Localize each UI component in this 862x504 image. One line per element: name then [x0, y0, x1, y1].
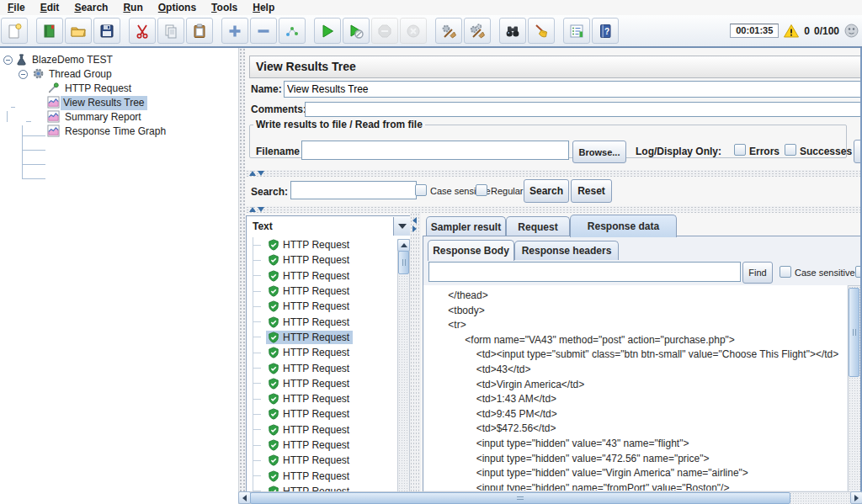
save-button[interactable]: [93, 18, 120, 44]
find-case-sensitive-checkbox[interactable]: [780, 266, 791, 278]
clear-button[interactable]: [435, 18, 462, 44]
case-sensitive-checkbox[interactable]: [415, 184, 427, 196]
result-item[interactable]: HTTP Request: [247, 468, 411, 483]
result-item[interactable]: HTTP Request: [247, 252, 411, 268]
result-item[interactable]: HTTP Request: [247, 391, 411, 406]
menu-edit[interactable]: Edit: [33, 1, 67, 15]
copy-button[interactable]: [157, 18, 184, 44]
function-helper-button[interactable]: [563, 18, 590, 44]
result-item[interactable]: HTTP Request: [247, 406, 411, 422]
tab-sampler-result[interactable]: Sampler result: [426, 216, 506, 237]
toggle-button[interactable]: [279, 18, 306, 44]
response-line: <input type="hidden" value="472.56" name…: [437, 452, 847, 467]
success-shield-icon: [268, 485, 279, 491]
cut-button[interactable]: [129, 18, 156, 44]
shutdown-button[interactable]: [400, 18, 427, 44]
error-count: 0: [804, 25, 810, 37]
result-item[interactable]: HTTP Request: [247, 237, 411, 252]
scrollbar-thumb[interactable]: [849, 288, 859, 377]
errors-checkbox[interactable]: [734, 144, 746, 156]
menu-run[interactable]: Run: [115, 1, 150, 15]
success-shield-icon: [268, 454, 279, 466]
result-item[interactable]: HTTP Request: [247, 268, 411, 284]
subtab-response-headers[interactable]: Response headers: [514, 241, 619, 260]
dropdown-arrow-button[interactable]: [393, 217, 410, 236]
bottom-scrollbar[interactable]: [238, 491, 862, 504]
clear-search-button[interactable]: [528, 18, 555, 44]
clear-all-button[interactable]: [464, 18, 491, 44]
tree-node-view-results-tree[interactable]: View Results Tree: [61, 96, 147, 110]
reset-button[interactable]: Reset: [571, 179, 612, 203]
name-label: Name:: [251, 83, 282, 95]
menu-help[interactable]: Help: [245, 1, 282, 15]
warning-icon[interactable]: [783, 23, 800, 40]
result-item[interactable]: HTTP Request: [247, 438, 411, 453]
result-item[interactable]: HTTP Request: [247, 345, 411, 360]
result-item[interactable]: HTTP Request: [247, 376, 411, 391]
search-results-button[interactable]: [499, 18, 526, 44]
find-input[interactable]: [428, 262, 741, 282]
browse-button[interactable]: Browse...: [572, 141, 626, 163]
horizontal-splitter[interactable]: [246, 170, 862, 177]
name-input[interactable]: [284, 81, 861, 98]
result-item[interactable]: HTTP Request: [247, 284, 411, 299]
templates-button[interactable]: [36, 18, 63, 44]
scroll-up-button[interactable]: [397, 239, 410, 252]
stop-button[interactable]: [371, 18, 398, 44]
result-item[interactable]: HTTP Request: [247, 314, 411, 329]
log-display-only-label: Log/Display Only:: [636, 146, 721, 157]
success-shield-icon: [268, 347, 279, 358]
results-list-scrollbar[interactable]: [397, 239, 410, 493]
tree-node-http-request[interactable]: HTTP Request: [62, 82, 134, 96]
comments-input[interactable]: [305, 102, 861, 117]
result-item[interactable]: HTTP Request: [247, 422, 411, 438]
open-button[interactable]: [65, 18, 92, 44]
new-button[interactable]: [1, 18, 28, 44]
vertical-splitter[interactable]: [410, 213, 421, 491]
expand-handle[interactable]: [3, 56, 13, 65]
expand-handle[interactable]: [19, 70, 28, 79]
tree-node-test-plan[interactable]: BlazeDemo TEST: [29, 53, 115, 67]
filename-input[interactable]: [301, 141, 569, 160]
menu-tools[interactable]: Tools: [204, 1, 245, 15]
search-input[interactable]: [290, 181, 417, 199]
search-button[interactable]: Search: [524, 179, 569, 203]
find-button[interactable]: Find: [742, 262, 773, 284]
elapsed-time-display: 00:01:35: [730, 24, 779, 38]
start-button[interactable]: [314, 18, 341, 44]
result-item[interactable]: HTTP Request: [247, 453, 411, 468]
start-no-pauses-button[interactable]: [343, 18, 370, 44]
remove-button[interactable]: [250, 18, 277, 44]
scrollbar-thumb[interactable]: [250, 492, 790, 504]
tree-node-response-time-graph[interactable]: Response Time Graph: [62, 125, 168, 139]
view-mode-dropdown[interactable]: Text: [246, 215, 412, 239]
result-item[interactable]: HTTP Request: [247, 360, 411, 375]
horizontal-splitter[interactable]: [246, 206, 862, 213]
response-line: <td><input type="submit" class="btn btn-…: [437, 347, 847, 363]
result-item[interactable]: HTTP Request: [247, 330, 411, 345]
paste-button[interactable]: [186, 18, 213, 44]
scroll-right-button[interactable]: [850, 491, 862, 504]
menu-options[interactable]: Options: [151, 1, 204, 15]
result-item[interactable]: HTTP Request: [247, 484, 411, 491]
tree-node-summary-report[interactable]: Summary Report: [62, 110, 144, 125]
response-body-text[interactable]: </thead> <tbody> <tr> <form name="VA43" …: [423, 285, 847, 491]
help-button[interactable]: ?: [592, 18, 619, 44]
result-item[interactable]: HTTP Request: [247, 299, 411, 314]
tab-request[interactable]: Request: [506, 216, 570, 237]
scrollbar-thumb[interactable]: [398, 251, 409, 274]
regular-exp-checkbox[interactable]: [476, 184, 487, 196]
new-file-icon: [6, 23, 23, 40]
menu-search[interactable]: Search: [67, 1, 115, 15]
success-shield-icon: [268, 470, 279, 482]
results-list[interactable]: HTTP RequestHTTP RequestHTTP RequestHTTP…: [246, 237, 412, 491]
tree-node-thread-group[interactable]: Thread Group: [46, 67, 114, 82]
response-scrollbar[interactable]: [848, 285, 861, 492]
menu-file[interactable]: File: [0, 1, 33, 15]
subtab-response-body[interactable]: Response Body: [428, 240, 514, 261]
scroll-left-button[interactable]: [238, 491, 251, 504]
tab-response-data[interactable]: Response data: [570, 215, 677, 237]
result-item-label: HTTP Request: [283, 454, 349, 466]
add-button[interactable]: [221, 18, 248, 44]
successes-checkbox[interactable]: [785, 144, 796, 156]
